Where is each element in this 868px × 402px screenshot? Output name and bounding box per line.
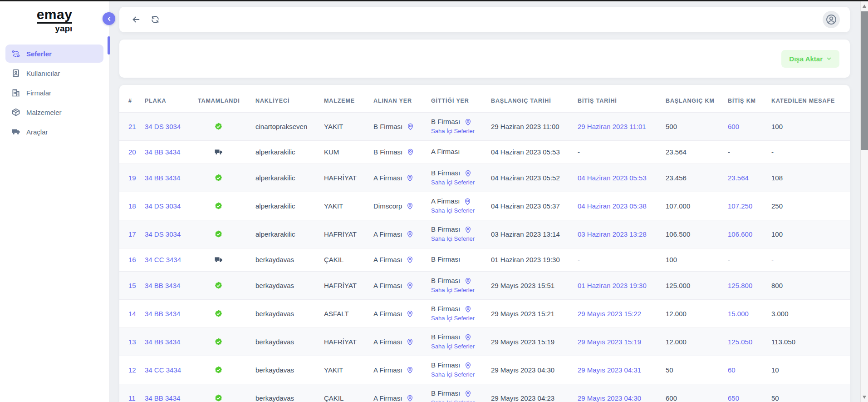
- trip-id-link[interactable]: 17: [128, 230, 136, 238]
- back-button[interactable]: [131, 14, 142, 25]
- origin-cell: A Firması: [373, 164, 431, 192]
- column-header: PLAKA: [145, 85, 198, 112]
- refresh-icon: [150, 15, 161, 25]
- end-km-link[interactable]: 60: [728, 366, 736, 374]
- plate-link[interactable]: 34 BB 3434: [145, 174, 180, 182]
- table-row: 1834 DS 3034alperkarakilicYAKITDimscorpA…: [119, 192, 850, 220]
- trip-id-link[interactable]: 21: [128, 123, 136, 130]
- check-badge-icon: [214, 394, 223, 402]
- plate-link[interactable]: 34 DS 3034: [145, 230, 181, 238]
- destination-cell: B FirmasıSaha İçi Seferler: [431, 220, 491, 248]
- end-km-link[interactable]: 23.564: [728, 174, 749, 182]
- column-header: #: [119, 85, 145, 112]
- end-date-link[interactable]: 29 Mayıs 2023 15:19: [578, 338, 641, 346]
- trip-id-link[interactable]: 13: [128, 338, 136, 346]
- saha-ici-seferler-link[interactable]: Saha İçi Seferler: [431, 399, 475, 402]
- saha-ici-seferler-link[interactable]: Saha İçi Seferler: [431, 371, 475, 378]
- plate-link[interactable]: 34 BB 3434: [145, 394, 180, 402]
- plate-cell: 34 DS 3034: [145, 112, 198, 140]
- end-date-link[interactable]: 29 Mayıs 2023 15:22: [578, 310, 641, 318]
- end-date-cell: 29 Mayıs 2023 15:22: [578, 299, 666, 328]
- end-km-link[interactable]: 650: [728, 394, 739, 402]
- saha-ici-seferler-link[interactable]: Saha İçi Seferler: [431, 315, 475, 322]
- brand-title: emay: [37, 7, 73, 24]
- sidebar-item-firmalar[interactable]: Firmalar: [5, 84, 103, 102]
- scroll-up-arrow-icon[interactable]: [863, 5, 866, 8]
- plate-link[interactable]: 34 BB 3434: [145, 282, 180, 289]
- material-cell: YAKIT: [324, 192, 373, 220]
- end-date-link[interactable]: 29 Mayıs 2023 04:30: [578, 394, 641, 402]
- saha-ici-seferler-link[interactable]: Saha İçi Seferler: [431, 207, 475, 214]
- end-km-link[interactable]: 125.050: [728, 338, 752, 346]
- plate-link[interactable]: 34 DS 3034: [145, 123, 181, 130]
- start-km-cell: 500: [666, 112, 728, 140]
- trip-id-link[interactable]: 14: [128, 310, 136, 318]
- origin-cell: A Firması: [373, 271, 431, 299]
- location-pin-icon: [464, 333, 472, 341]
- sidebar-collapse-button[interactable]: [103, 12, 115, 25]
- start-km-cell: 600: [666, 384, 728, 402]
- saha-ici-seferler-link[interactable]: Saha İçi Seferler: [431, 287, 475, 294]
- user-avatar-button[interactable]: [823, 11, 840, 28]
- trip-id-cell: 18: [119, 192, 145, 220]
- end-km-link[interactable]: 106.600: [728, 230, 752, 238]
- export-button[interactable]: Dışa Aktar: [781, 50, 839, 68]
- material-cell: KUM: [324, 140, 373, 164]
- end-date-link[interactable]: 04 Haziran 2023 05:53: [578, 174, 647, 182]
- scroll-down-arrow-icon[interactable]: [863, 396, 866, 399]
- saha-ici-seferler-link[interactable]: Saha İçi Seferler: [431, 128, 475, 135]
- saha-ici-seferler-link[interactable]: Saha İçi Seferler: [431, 343, 475, 350]
- table-row: 1634 CC 3434berkaydavasÇAKILA FirmasıB F…: [119, 248, 850, 271]
- destination-name: B Firması: [431, 305, 460, 313]
- distance-cell: 50: [771, 384, 850, 402]
- end-date-link[interactable]: 29 Haziran 2023 11:01: [578, 123, 646, 130]
- end-km-link[interactable]: 107.250: [728, 202, 752, 210]
- start-km-cell: 106.500: [666, 220, 728, 248]
- scrollbar-thumb[interactable]: [861, 11, 868, 150]
- status-cell: [198, 164, 255, 192]
- plate-link[interactable]: 34 BB 3434: [145, 310, 180, 318]
- plate-link[interactable]: 34 BB 3434: [145, 148, 180, 156]
- check-badge-icon: [214, 202, 223, 210]
- material-cell: HAFRİYAT: [324, 220, 373, 248]
- location-pin-icon: [406, 366, 414, 374]
- trip-id-link[interactable]: 18: [128, 202, 136, 210]
- sidebar-item-malzemeler[interactable]: Malzemeler: [5, 103, 103, 121]
- end-date-link[interactable]: 29 Mayıs 2023 04:31: [578, 366, 641, 374]
- destination-name: B Firması: [431, 361, 460, 370]
- check-badge-icon: [214, 309, 223, 318]
- saha-ici-seferler-link[interactable]: Saha İçi Seferler: [431, 179, 475, 186]
- plate-link[interactable]: 34 DS 3034: [145, 202, 181, 210]
- sidebar-item-araclar[interactable]: Araçlar: [5, 123, 103, 141]
- refresh-button[interactable]: [150, 14, 161, 25]
- trip-id-link[interactable]: 16: [128, 256, 136, 263]
- end-km-link[interactable]: 600: [728, 123, 739, 130]
- end-date-link[interactable]: 04 Haziran 2023 05:38: [578, 202, 647, 210]
- destination-name: B Firması: [431, 333, 460, 342]
- plate-link[interactable]: 34 BB 3434: [145, 338, 180, 346]
- trip-id-cell: 12: [119, 356, 145, 384]
- trip-id-link[interactable]: 20: [128, 148, 136, 156]
- end-km-link[interactable]: 125.800: [728, 282, 752, 289]
- end-date-link[interactable]: 03 Haziran 2023 13:28: [578, 230, 647, 238]
- truck-status-icon: [214, 148, 223, 156]
- check-badge-icon: [214, 281, 223, 290]
- destination-name: B Firması: [431, 255, 460, 264]
- trip-id-link[interactable]: 19: [128, 174, 136, 182]
- end-km-link[interactable]: 15.000: [728, 310, 749, 318]
- plate-cell: 34 BB 3434: [145, 328, 198, 356]
- plate-link[interactable]: 34 CC 3434: [145, 256, 181, 263]
- destination-cell: B Firması: [431, 248, 491, 271]
- plate-cell: 34 BB 3434: [145, 140, 198, 164]
- plate-link[interactable]: 34 CC 3434: [145, 366, 181, 374]
- vertical-scrollbar[interactable]: [860, 1, 868, 402]
- end-date-link[interactable]: 01 Haziran 2023 19:30: [578, 282, 647, 289]
- sidebar-item-seferler[interactable]: Seferler: [5, 45, 103, 63]
- sidebar-item-kullanicilar[interactable]: Kullanıcılar: [5, 64, 103, 82]
- trip-id-link[interactable]: 12: [128, 366, 136, 374]
- end-date-cell: 01 Haziran 2023 19:30: [578, 271, 666, 299]
- trip-id-link[interactable]: 11: [128, 394, 136, 402]
- saha-ici-seferler-link[interactable]: Saha İçi Seferler: [431, 235, 475, 243]
- trip-id-link[interactable]: 15: [128, 282, 136, 289]
- start-date-cell: 04 Haziran 2023 05:37: [491, 192, 578, 220]
